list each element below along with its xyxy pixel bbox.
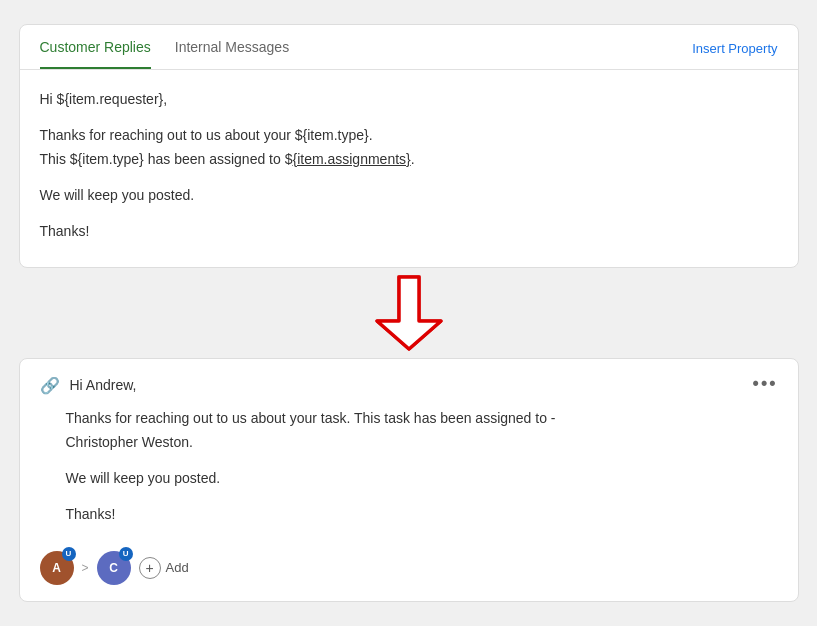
down-arrow-icon: [369, 273, 449, 353]
template-card-header: Customer Replies Internal Messages Inser…: [20, 25, 798, 70]
template-line-thanks: Thanks for reaching out to us about your…: [40, 124, 778, 172]
result-body: Thanks for reaching out to us about your…: [40, 407, 778, 526]
avatar-badge-1: U: [62, 547, 76, 561]
avatar-2[interactable]: C U: [97, 551, 131, 585]
template-line-greeting: Hi ${item.requester},: [40, 88, 778, 112]
paperclip-icon: 🔗: [40, 376, 60, 395]
result-card-header: 🔗 Hi Andrew, •••: [40, 375, 778, 395]
template-body: Hi ${item.requester}, Thanks for reachin…: [20, 70, 798, 267]
avatar-1[interactable]: A U: [40, 551, 74, 585]
more-options-button[interactable]: •••: [753, 373, 778, 394]
result-line-1: Thanks for reaching out to us about your…: [66, 407, 778, 455]
insert-property-button[interactable]: Insert Property: [692, 41, 777, 68]
add-circle-icon: +: [139, 557, 161, 579]
result-line-3: Thanks!: [66, 503, 778, 527]
tab-internal-messages[interactable]: Internal Messages: [175, 39, 289, 69]
main-container: Customer Replies Internal Messages Inser…: [19, 24, 799, 601]
result-line-2: We will keep you posted.: [66, 467, 778, 491]
tabs: Customer Replies Internal Messages: [40, 39, 290, 69]
result-card: 🔗 Hi Andrew, ••• Thanks for reaching out…: [19, 358, 799, 601]
add-button[interactable]: + Add: [139, 557, 189, 579]
avatar-badge-2: U: [119, 547, 133, 561]
template-line-posted: We will keep you posted.: [40, 184, 778, 208]
result-title-row: 🔗 Hi Andrew,: [40, 375, 137, 395]
avatar-group: A U > C U: [40, 551, 131, 585]
result-greeting: Hi Andrew,: [70, 377, 137, 393]
arrow-container: [19, 268, 799, 358]
template-card: Customer Replies Internal Messages Inser…: [19, 24, 799, 268]
template-line-thanks-end: Thanks!: [40, 220, 778, 244]
avatar-separator: >: [82, 561, 89, 575]
tab-customer-replies[interactable]: Customer Replies: [40, 39, 151, 69]
result-footer: A U > C U + Add: [40, 543, 778, 585]
